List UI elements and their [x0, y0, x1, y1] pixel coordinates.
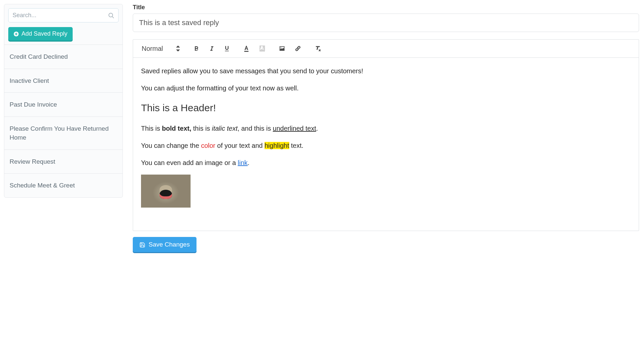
svg-rect-4	[15, 34, 18, 34]
add-saved-reply-button[interactable]: Add Saved Reply	[8, 27, 73, 41]
add-button-label: Add Saved Reply	[21, 30, 67, 37]
italic-icon	[208, 45, 215, 52]
paragraph: You can change the color of your text an…	[141, 140, 631, 151]
editor-main: Title Normal	[133, 4, 639, 252]
editor-content[interactable]: Saved replies allow you to save messages…	[133, 58, 639, 231]
content-link[interactable]: link	[238, 159, 248, 166]
save-button-label: Save Changes	[149, 241, 190, 248]
underline-button[interactable]	[222, 44, 232, 53]
text-color-button[interactable]	[241, 44, 251, 53]
save-icon	[139, 241, 145, 248]
save-changes-button[interactable]: Save Changes	[133, 237, 196, 252]
italic-text: italic text	[212, 125, 237, 132]
clear-format-icon	[314, 45, 321, 52]
svg-marker-6	[176, 50, 180, 51]
list-item[interactable]: Schedule Meet & Greet	[4, 174, 123, 197]
editor-toolbar: Normal	[133, 40, 639, 58]
search-input[interactable]	[8, 8, 119, 22]
highlight-icon	[259, 45, 266, 52]
underline-text: underlined text	[273, 125, 316, 132]
embedded-image[interactable]	[141, 175, 191, 208]
paragraph: Saved replies allow you to save messages…	[141, 66, 631, 76]
title-label: Title	[133, 4, 639, 11]
plus-circle-icon	[14, 31, 19, 37]
svg-rect-7	[244, 51, 249, 52]
bold-button[interactable]	[192, 44, 201, 53]
search-wrapper	[8, 8, 119, 22]
colored-text: color	[201, 142, 215, 149]
underline-icon	[224, 45, 230, 52]
bold-icon	[193, 45, 200, 52]
clear-formatting-button[interactable]	[313, 44, 323, 53]
saved-replies-sidebar: Add Saved Reply Credit Card Declined Ina…	[4, 4, 123, 198]
highlighted-text: highlight	[265, 142, 289, 149]
bold-text: bold text,	[162, 125, 191, 132]
highlight-color-button[interactable]	[257, 44, 267, 53]
paragraph: You can even add an image or a link.	[141, 157, 631, 168]
svg-marker-5	[176, 46, 180, 48]
paragraph: You can adjust the formatting of your te…	[141, 83, 631, 93]
list-item[interactable]: Past Due Invoice	[4, 93, 123, 117]
italic-button[interactable]	[207, 44, 216, 53]
list-item[interactable]: Credit Card Declined	[4, 45, 123, 69]
link-icon	[294, 45, 302, 52]
format-select[interactable]: Normal	[140, 44, 182, 53]
search-icon	[108, 12, 115, 19]
list-item[interactable]: Inactive Client	[4, 69, 123, 93]
image-icon	[278, 45, 286, 52]
heading: This is a Header!	[141, 100, 631, 116]
title-input[interactable]	[133, 14, 639, 32]
format-select-label: Normal	[142, 45, 163, 52]
list-item[interactable]: Please Confirm You Have Returned Home	[4, 117, 123, 150]
svg-line-1	[112, 17, 114, 18]
insert-link-button[interactable]	[293, 44, 303, 53]
rich-text-editor: Normal	[133, 39, 639, 231]
insert-image-button[interactable]	[277, 44, 287, 53]
chevron-updown-icon	[176, 46, 180, 51]
saved-reply-list: Credit Card Declined Inactive Client Pas…	[4, 45, 123, 197]
svg-point-0	[109, 13, 113, 17]
text-color-icon	[243, 45, 250, 52]
paragraph: This is bold text, this is italic text, …	[141, 123, 631, 134]
list-item[interactable]: Review Request	[4, 150, 123, 174]
